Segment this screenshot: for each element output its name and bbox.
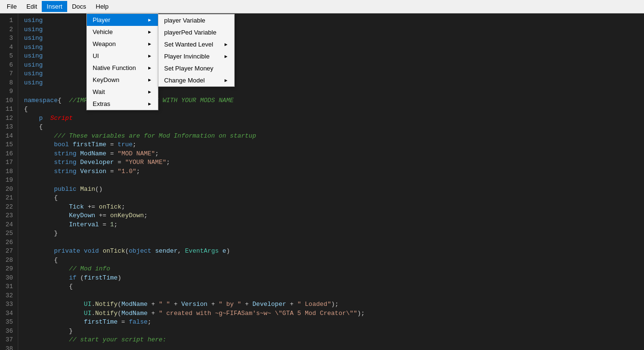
change-model-label: Change Model — [164, 77, 205, 84]
line-num-3: 3 — [0, 34, 13, 43]
playerped-variable-label: playerPed Variable — [164, 29, 216, 36]
player-variable[interactable]: player Variable — [158, 14, 234, 26]
code-line-28: { — [24, 256, 644, 265]
insert-ui[interactable]: UI ► — [87, 50, 158, 62]
line-num-12: 12 — [0, 114, 13, 123]
line-num-37: 37 — [0, 336, 13, 345]
extras-arrow: ► — [147, 101, 152, 106]
code-line-16: string ModName = "MOD NAME"; — [24, 150, 644, 159]
line-num-31: 31 — [0, 282, 13, 292]
code-line-35: firstTime = false; — [24, 318, 644, 327]
line-num-11: 11 — [0, 105, 13, 114]
code-line-32 — [24, 292, 644, 301]
player-label: Player — [93, 16, 110, 23]
keydown-arrow: ► — [147, 77, 152, 82]
vehicle-label: Vehicle — [93, 28, 113, 35]
native-function-label: Native Function — [93, 64, 136, 71]
player-submenu: player Variable playerPed Variable Set W… — [158, 14, 235, 87]
code-line-31: { — [24, 282, 644, 292]
insert-wait[interactable]: Wait ► — [87, 86, 158, 98]
insert-extras[interactable]: Extras ► — [87, 98, 158, 110]
line-num-1: 1 — [0, 16, 13, 25]
code-line-15: bool firstTime = true; — [24, 140, 644, 150]
line-num-32: 32 — [0, 292, 13, 301]
line-num-33: 33 — [0, 300, 13, 309]
weapon-arrow: ► — [147, 41, 152, 47]
line-num-14: 14 — [0, 132, 13, 141]
code-line-24: Interval = 1; — [24, 221, 644, 230]
code-line-37: // start your script here: — [24, 336, 644, 345]
code-line-30: if (firstTime) — [24, 274, 644, 283]
line-num-19: 19 — [0, 176, 13, 185]
line-num-27: 27 — [0, 247, 13, 256]
code-line-13: { — [24, 123, 644, 132]
line-num-18: 18 — [0, 167, 13, 176]
menubar: File Edit Insert Docs Help Player ► play… — [0, 0, 644, 13]
code-line-17: string Developer = "YOUR NAME"; — [24, 158, 644, 167]
line-num-30: 30 — [0, 274, 13, 283]
insert-player[interactable]: Player ► — [87, 14, 158, 26]
line-num-35: 35 — [0, 318, 13, 327]
line-num-23: 23 — [0, 211, 13, 221]
code-line-18: string Version = "1.0"; — [24, 167, 644, 176]
playerped-variable[interactable]: playerPed Variable — [158, 26, 234, 38]
code-line-36: } — [24, 327, 644, 336]
insert-native-function[interactable]: Native Function ► — [87, 62, 158, 74]
insert-vehicle[interactable]: Vehicle ► — [87, 26, 158, 38]
line-num-29: 29 — [0, 265, 13, 274]
code-line-38 — [24, 345, 644, 350]
set-player-money[interactable]: Set Player Money — [158, 62, 234, 74]
line-num-9: 9 — [0, 87, 13, 96]
ui-label: UI — [93, 52, 99, 59]
player-invincible[interactable]: Player Invincible ► — [158, 50, 234, 62]
set-wanted-level[interactable]: Set Wanted Level ► — [158, 38, 234, 50]
line-num-13: 13 — [0, 123, 13, 132]
change-model[interactable]: Change Model ► — [158, 74, 234, 86]
code-line-21: { — [24, 194, 644, 203]
native-function-arrow: ► — [147, 65, 152, 70]
wait-label: Wait — [93, 88, 105, 95]
line-num-5: 5 — [0, 52, 13, 61]
player-menu-container: Player ► player Variable playerPed Varia… — [87, 14, 158, 26]
menu-insert[interactable]: Insert — [42, 1, 67, 12]
line-num-24: 24 — [0, 221, 13, 230]
menu-docs[interactable]: Docs — [67, 1, 91, 12]
insert-weapon[interactable]: Weapon ► — [87, 38, 158, 50]
player-invincible-label: Player Invincible — [164, 53, 210, 60]
line-num-28: 28 — [0, 256, 13, 265]
menu-edit[interactable]: Edit — [22, 1, 42, 12]
player-invincible-arrow: ► — [224, 54, 228, 59]
code-line-33: UI.Notify(ModName + " " + Version + " by… — [24, 300, 644, 309]
insert-keydown[interactable]: KeyDown ► — [87, 74, 158, 86]
set-wanted-level-label: Set Wanted Level — [164, 41, 213, 48]
line-numbers: 1 2 3 4 5 6 7 8 9 10 11 12 13 14 15 16 1… — [0, 13, 18, 350]
change-model-arrow: ► — [224, 78, 228, 83]
line-num-36: 36 — [0, 327, 13, 336]
line-num-15: 15 — [0, 140, 13, 150]
line-num-10: 10 — [0, 96, 13, 105]
line-num-38: 38 — [0, 345, 13, 350]
player-arrow: ► — [147, 17, 152, 23]
line-num-2: 2 — [0, 25, 13, 35]
wait-arrow: ► — [147, 89, 152, 94]
set-wanted-level-arrow: ► — [224, 42, 228, 47]
line-num-6: 6 — [0, 61, 13, 70]
menu-file[interactable]: File — [2, 1, 22, 12]
code-line-26 — [24, 238, 644, 247]
code-line-12: p Script — [24, 114, 644, 123]
insert-dropdown: Player ► player Variable playerPed Varia… — [86, 13, 158, 110]
code-line-22: Tick += onTick; — [24, 203, 644, 212]
code-line-20: public Main() — [24, 185, 644, 194]
code-line-19 — [24, 176, 644, 185]
line-num-34: 34 — [0, 309, 13, 318]
code-line-27: private void onTick(object sender, Event… — [24, 247, 644, 256]
code-line-25: } — [24, 229, 644, 238]
line-num-7: 7 — [0, 70, 13, 79]
line-num-16: 16 — [0, 150, 13, 159]
ui-arrow: ► — [147, 53, 152, 58]
menu-help[interactable]: Help — [91, 1, 114, 12]
player-variable-label: player Variable — [164, 17, 205, 24]
extras-label: Extras — [93, 100, 110, 107]
line-num-26: 26 — [0, 238, 13, 247]
line-num-25: 25 — [0, 229, 13, 238]
